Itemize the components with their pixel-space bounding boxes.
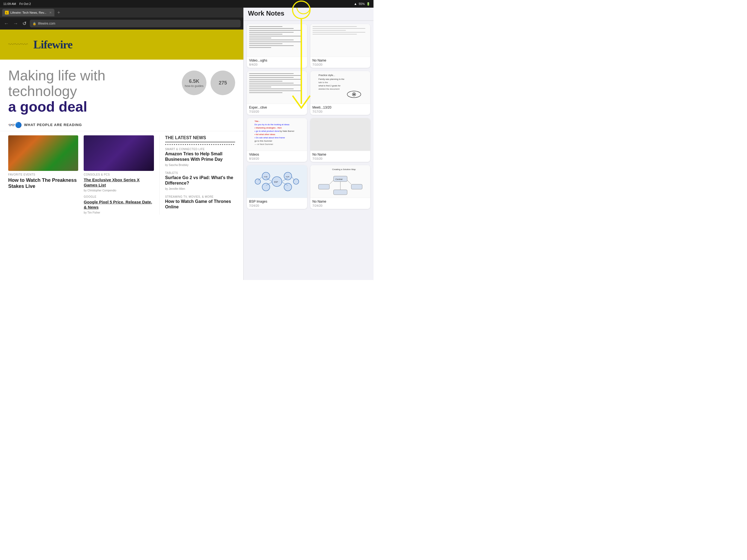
note-info-4: Meeti...13/20 7/17/20 <box>310 104 370 115</box>
hero-stats: 6.5K how-to guides 275 <box>182 71 235 95</box>
hero-section: Making life with technology a good deal … <box>0 59 243 118</box>
lifewire-logo-text: Lifewire <box>33 38 73 51</box>
note-name-3: Exper...ctive <box>249 105 305 109</box>
forward-button[interactable]: → <box>12 20 19 28</box>
svg-text:Title -: Title - <box>255 120 260 123</box>
note-name-6: No Name <box>312 153 368 156</box>
svg-text:by Nate Barner: by Nate Barner <box>280 130 294 132</box>
tab-favicon: L <box>5 11 9 15</box>
headline-text: Making life with technology a good deal <box>8 68 176 115</box>
section1-title: WHAT PEOPLE ARE READING <box>24 123 82 127</box>
status-time-date: 11:09 AM Fri Oct 2 <box>3 2 31 5</box>
note-thumbnail-2 <box>310 24 370 57</box>
note-date-4: 7/17/20 <box>312 110 368 113</box>
horse-racing-image <box>8 135 78 171</box>
svg-text:• Do ask what about time frame: • Do ask what about time frame <box>255 136 285 139</box>
hero-headline: Making life with technology a good deal <box>8 68 176 115</box>
svg-text:node: node <box>264 176 268 177</box>
article-col-2: Consoles & PCs The Exclusive Xbox Series… <box>84 135 159 215</box>
svg-point-9 <box>353 94 355 95</box>
mindmap-svg: Creating a Solution Map Central <box>310 165 370 198</box>
wifi-icon: ▲ <box>354 2 357 6</box>
note-name-8: No Name <box>312 200 368 203</box>
news2-title[interactable]: Surface Go 2 vs iPad: What's the Differe… <box>165 175 235 186</box>
svg-rect-38 <box>318 184 329 189</box>
article1-title[interactable]: How to Watch The Preakness Stakes Live <box>8 177 78 189</box>
lifewire-header: 〰〰〰 Lifewire <box>0 29 243 59</box>
browser-chrome: L Lifewire: Tech News, Rev... ✕ + ← → ↺ … <box>0 8 243 29</box>
note-date-7: 7/24/20 <box>249 204 305 207</box>
news-wavy-divider <box>165 144 235 145</box>
article2-category: Consoles & PCs <box>84 173 154 176</box>
note-card-video-ugh[interactable]: Video...ughs 8/4/20 <box>247 24 307 68</box>
note-card-meeti[interactable]: Practice style... Family was planning to… <box>310 71 370 115</box>
note-thumbnail-8: Creating a Solution Map Central <box>310 165 370 198</box>
note-info-1: Video...ughs 8/4/20 <box>247 57 307 68</box>
tab-close-button[interactable]: ✕ <box>49 11 52 15</box>
svg-text:go to this Summer: go to this Summer <box>255 140 272 142</box>
note-date-6: 7/15/20 <box>312 157 368 160</box>
note-thumbnail-5: Title - Do you try to do the looking at … <box>247 118 307 151</box>
svg-text:talk to the: talk to the <box>318 81 328 84</box>
note-card-videos2[interactable]: Title - Do you try to do the looking at … <box>247 118 307 162</box>
active-tab[interactable]: L Lifewire: Tech News, Rev... ✕ <box>2 9 54 17</box>
svg-line-30 <box>258 177 262 180</box>
note-card-exper[interactable]: Exper...ctive 7/10/20 <box>247 71 307 115</box>
svg-text:Central: Central <box>335 178 342 180</box>
svg-text:deleted the document: deleted the document <box>318 88 340 90</box>
back-button[interactable]: ← <box>3 20 10 28</box>
article3-by: by Tim Fisher <box>84 211 154 214</box>
note-info-6: No Name 7/15/20 <box>310 151 370 162</box>
note-card-noname-3[interactable]: Creating a Solution Map Central No Name … <box>310 165 370 209</box>
note-name-7: BSP Images <box>249 200 305 203</box>
battery-level: 55% <box>359 2 365 5</box>
news-item-3: Streaming TV, Movies, & More How to Watc… <box>165 195 235 210</box>
note-info-8: No Name 7/24/20 <box>310 198 370 209</box>
article2-by: by Christopher Compendio <box>84 189 154 192</box>
news-col: THE LATEST NEWS Smart & Connected Life A… <box>159 135 235 215</box>
note-card-bsp[interactable]: BSP node node BSP Images 7/24/20 <box>247 165 307 209</box>
tab-bar: L Lifewire: Tech News, Rev... ✕ + <box>0 8 243 18</box>
news1-by: by Sascha Brodsky <box>165 163 235 167</box>
note-card-noname-2[interactable]: No Name 7/15/20 <box>310 118 370 162</box>
news1-title[interactable]: Amazon Tries to Help Small Businesses Wi… <box>165 151 235 162</box>
refresh-button[interactable]: ↺ <box>21 19 28 28</box>
article3-title[interactable]: Google Pixel 5 Price, Release Date, & Ne… <box>84 199 154 210</box>
content-grid: Favorite Events How to Watch The Preakne… <box>0 131 243 219</box>
note-lines-2 <box>310 24 370 57</box>
address-text: lifewire.com <box>38 22 55 25</box>
svg-text:• go to what product done: • go to what product done <box>255 130 279 132</box>
note-lines-1 <box>247 24 307 57</box>
svg-text:• list what other ideas: • list what other ideas <box>255 133 275 136</box>
controller-image <box>84 135 154 171</box>
notes-panel: ‹ Notebooks + Select Work Notes <box>243 0 374 280</box>
bsp-svg: BSP node node <box>247 165 307 198</box>
svg-rect-39 <box>351 184 362 189</box>
news2-by: by Jennifer Allen <box>165 187 235 190</box>
svg-line-42 <box>347 180 351 184</box>
svg-text:BSP: BSP <box>274 181 278 183</box>
note-card-noname-1[interactable]: No Name 7/10/20 <box>310 24 370 68</box>
article-col-1: Favorite Events How to Watch The Preakne… <box>8 135 84 215</box>
notes-grid: Video...ughs 8/4/20 No Name 7/10/20 <box>243 21 374 280</box>
address-bar[interactable]: 🔒 lifewire.com <box>30 20 241 27</box>
status-bar: 11:09 AM Fri Oct 2 ▲ 55% 🔋 <box>0 0 374 8</box>
svg-text:Creating a Solution Map: Creating a Solution Map <box>332 168 356 171</box>
svg-line-31 <box>292 177 294 180</box>
note-thumbnail-1 <box>247 24 307 57</box>
note-date-5: 8/18/20 <box>249 157 305 160</box>
svg-rect-40 <box>333 190 347 195</box>
svg-line-41 <box>329 180 333 184</box>
news-item-1: Smart & Connected Life Amazon Tries to H… <box>165 148 235 167</box>
article2-title[interactable]: The Exclusive Xbox Series X Games List <box>84 177 154 188</box>
svg-point-23 <box>284 183 292 191</box>
note-lines-3 <box>247 71 307 104</box>
new-tab-button[interactable]: + <box>55 9 62 16</box>
news3-category: Streaming TV, Movies, & More <box>165 195 235 198</box>
svg-text:what to find 2 goals for: what to find 2 goals for <box>318 84 340 87</box>
what-people-reading-header: 👓🔵 WHAT PEOPLE ARE READING <box>0 118 243 131</box>
battery-icon: 🔋 <box>366 2 370 6</box>
glasses-emoji: 👓🔵 <box>8 122 22 128</box>
news3-title[interactable]: How to Watch Game of Thrones Online <box>165 199 235 210</box>
svg-text:Family was planning to the: Family was planning to the <box>318 78 344 80</box>
